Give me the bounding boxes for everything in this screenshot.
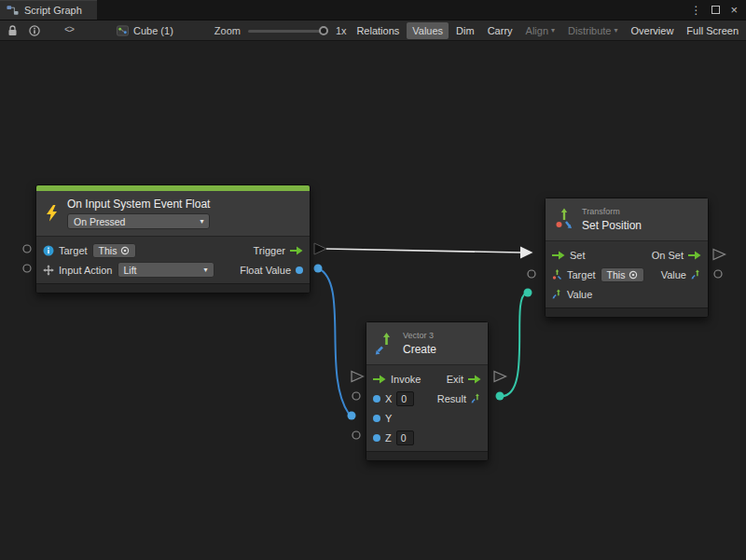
vector3-node-footer: [366, 451, 488, 460]
trigger-output-port[interactable]: [314, 243, 326, 254]
setposition-target-label: Target: [567, 269, 596, 280]
setposition-value-row: Value: [546, 284, 708, 304]
edge-floatvalue-to-y: [318, 268, 349, 414]
edge-result-to-value: [500, 294, 526, 396]
setposition-onset-output-port[interactable]: [713, 250, 725, 260]
event-target-object-button[interactable]: This: [92, 243, 137, 258]
setposition-category: Transform: [582, 207, 642, 216]
setposition-value-input-port[interactable]: [524, 289, 532, 297]
gameobject-icon: [43, 245, 54, 256]
vector3-z-row: Z 0: [366, 428, 488, 447]
input-action-dropdown[interactable]: Lift ▾: [117, 262, 214, 278]
vector3-invoke-row: Invoke Exit: [366, 369, 488, 389]
input-action-value: Lift: [124, 265, 137, 276]
transform-icon: [555, 208, 573, 232]
float-value-port-dot[interactable]: [296, 266, 303, 274]
vector3-icon: [374, 331, 394, 357]
chevron-down-icon: ▾: [200, 218, 203, 225]
vector3-invoke-input-port[interactable]: [352, 372, 364, 382]
event-node-header: On Input System Event Float On Pressed ▾: [36, 191, 310, 237]
event-inputaction-input-port[interactable]: [23, 265, 31, 272]
invoke-label: Invoke: [391, 374, 421, 385]
exit-label: Exit: [447, 374, 463, 385]
value-input-label: Value: [567, 289, 592, 300]
vector3-mini-icon: [471, 393, 481, 403]
event-mode-dropdown[interactable]: On Pressed ▾: [67, 213, 210, 229]
value-output-label: Value: [661, 269, 686, 280]
control-arrow-icon[interactable]: [552, 251, 565, 260]
input-action-icon: [43, 265, 54, 276]
control-arrow-icon[interactable]: [468, 375, 481, 384]
vector3-x-input-port[interactable]: [352, 392, 360, 400]
transform-mini-icon: [552, 269, 562, 280]
setposition-node-header: Transform Set Position: [546, 198, 708, 241]
vector3-result-output-port[interactable]: [496, 392, 504, 401]
edge-arrowhead: [520, 247, 533, 259]
setposition-target-row: Target This Value: [546, 265, 708, 284]
node-transform-set-position[interactable]: Transform Set Position Set On Set: [545, 198, 709, 318]
vector3-mini-icon: [552, 289, 562, 299]
control-arrow-icon[interactable]: [688, 251, 701, 260]
vector3-exit-output-port[interactable]: [494, 372, 506, 382]
y-label: Y: [385, 413, 392, 424]
event-floatvalue-output-port[interactable]: [314, 265, 323, 273]
event-node-title: On Input System Event Float: [67, 198, 210, 211]
control-arrow-icon[interactable]: [290, 246, 303, 255]
event-mode-value: On Pressed: [74, 216, 125, 227]
trigger-label: Trigger: [254, 245, 285, 256]
x-port-dot[interactable]: [373, 395, 380, 403]
node-on-input-system-event-float[interactable]: On Input System Event Float On Pressed ▾…: [35, 184, 311, 294]
set-label: Set: [570, 250, 586, 261]
z-port-dot[interactable]: [373, 434, 380, 442]
y-port-dot[interactable]: [373, 415, 380, 422]
chevron-down-icon: ▾: [203, 266, 207, 274]
object-picker-icon: [629, 270, 638, 280]
object-picker-icon: [120, 246, 130, 255]
z-value-field[interactable]: 0: [396, 430, 414, 445]
vector3-x-row: X 0 Result: [366, 389, 488, 408]
event-node-footer: [36, 283, 310, 293]
float-value-label: Float Value: [240, 265, 291, 276]
vector3-y-input-port[interactable]: [348, 412, 356, 420]
setposition-target-input-port[interactable]: [528, 270, 535, 278]
x-value-field[interactable]: 0: [396, 391, 414, 406]
control-arrow-icon[interactable]: [373, 375, 386, 384]
script-graph-window: Script Graph ⋮ × <>: [0, 0, 746, 560]
setposition-title: Set Position: [582, 219, 642, 232]
setposition-node-footer: [546, 307, 708, 317]
x-label: X: [385, 393, 392, 404]
setposition-value-output-port[interactable]: [714, 270, 722, 278]
input-action-label: Input Action: [59, 265, 113, 276]
node-vector3-create[interactable]: Vector 3 Create Invoke Exit: [366, 321, 489, 461]
event-target-input-port[interactable]: [23, 245, 31, 253]
setposition-set-row: Set On Set: [546, 245, 708, 265]
event-inputaction-row: Input Action Lift ▾ Float Value: [36, 260, 310, 280]
vector3-title: Create: [403, 343, 436, 356]
vector3-y-row: Y: [366, 408, 488, 428]
edge-trigger-to-set: [326, 249, 521, 253]
vector3-node-header: Vector 3 Create: [366, 322, 488, 365]
target-label: Target: [59, 245, 88, 256]
result-label: Result: [437, 393, 466, 404]
event-target-row: Target This Trigger: [36, 240, 310, 260]
setposition-target-object-button[interactable]: This: [601, 267, 645, 282]
vector3-category: Vector 3: [403, 331, 436, 340]
vector3-mini-icon: [691, 269, 701, 280]
lightning-bolt-icon: [45, 205, 59, 222]
z-label: Z: [385, 432, 392, 444]
vector3-z-input-port[interactable]: [352, 431, 360, 439]
on-set-label: On Set: [652, 250, 684, 261]
